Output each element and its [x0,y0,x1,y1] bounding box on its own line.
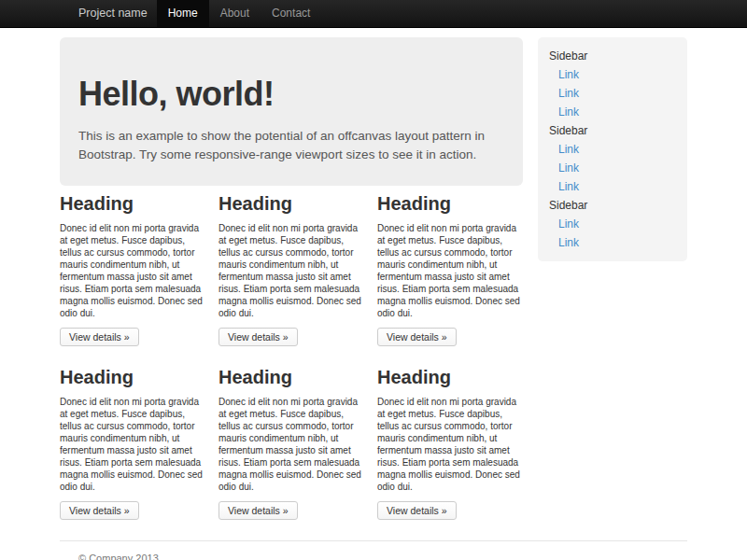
top-navbar: Project name Home About Contact [0,0,747,28]
sidebar-link[interactable]: Link [549,233,676,252]
navbar-menu: Home About Contact [157,0,322,27]
navbar-inner: Project name Home About Contact [60,0,687,27]
nav-item-contact[interactable]: Contact [261,0,321,27]
hero-description: This is an example to show the potential… [78,127,489,165]
content-divider [60,540,687,541]
sidebar-panel: Sidebar Link Link Link Sidebar Link Link… [538,37,687,261]
sidebar-section: Sidebar Link Link [549,196,676,252]
nav-item-home[interactable]: Home [157,0,209,27]
cards-row-1: Heading Donec id elit non mi porta gravi… [60,186,523,346]
card-body-text: Donec id elit non mi porta gravida at eg… [60,222,205,319]
sidebar-heading: Sidebar [549,196,676,215]
card-heading: Heading [60,193,205,215]
view-details-button[interactable]: View details » [218,501,298,520]
card-heading: Heading [60,367,205,388]
content-row: Hello, world! This is an example to show… [60,37,687,520]
card: Heading Donec id elit non mi porta gravi… [377,186,523,346]
card: Heading Donec id elit non mi porta gravi… [377,359,523,520]
card-body-text: Donec id elit non mi porta gravida at eg… [377,396,523,493]
card-body-text: Donec id elit non mi porta gravida at eg… [218,222,364,319]
card: Heading Donec id elit non mi porta gravi… [218,359,364,520]
nav-item-about[interactable]: About [209,0,261,27]
sidebar-link[interactable]: Link [549,215,676,233]
sidebar-link[interactable]: Link [549,84,676,103]
card-body-text: Donec id elit non mi porta gravida at eg… [377,222,523,319]
view-details-button[interactable]: View details » [60,328,139,346]
sidebar-link[interactable]: Link [549,65,676,84]
card-heading: Heading [218,367,364,388]
card-heading: Heading [218,193,364,215]
card: Heading Donec id elit non mi porta gravi… [60,186,205,346]
jumbotron: Hello, world! This is an example to show… [60,37,523,186]
view-details-button[interactable]: View details » [218,328,298,346]
sidebar-link[interactable]: Link [549,159,676,177]
card: Heading Donec id elit non mi porta gravi… [60,359,205,520]
card-body-text: Donec id elit non mi porta gravida at eg… [218,396,364,493]
sidebar-section: Sidebar Link Link Link [549,121,676,196]
card-heading: Heading [377,193,523,215]
view-details-button[interactable]: View details » [377,328,457,346]
hero-title: Hello, world! [78,75,504,114]
sidebar-link[interactable]: Link [549,177,676,196]
sidebar-link[interactable]: Link [549,140,676,159]
sidebar-section: Sidebar Link Link Link [549,47,676,121]
cards-row-2: Heading Donec id elit non mi porta gravi… [60,359,523,520]
copyright-text: © Company 2013 [60,553,687,560]
main-column: Hello, world! This is an example to show… [60,37,530,520]
card-body-text: Donec id elit non mi porta gravida at eg… [60,396,205,493]
sidebar-column: Sidebar Link Link Link Sidebar Link Link… [530,37,687,520]
view-details-button[interactable]: View details » [60,501,139,520]
footer: © Company 2013 [60,553,687,560]
page-container: Hello, world! This is an example to show… [60,37,687,560]
sidebar-heading: Sidebar [549,47,676,65]
card-heading: Heading [377,367,523,388]
card: Heading Donec id elit non mi porta gravi… [218,186,364,346]
brand-link[interactable]: Project name [60,0,157,27]
sidebar-link[interactable]: Link [549,103,676,121]
view-details-button[interactable]: View details » [377,501,457,520]
sidebar-heading: Sidebar [549,121,676,140]
